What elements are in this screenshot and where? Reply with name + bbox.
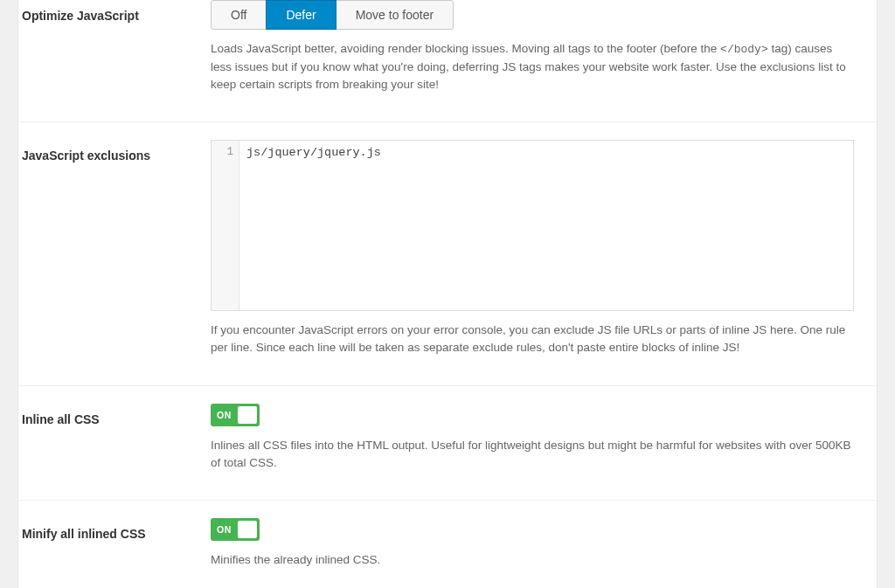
optimize-js-description: Loads JavaScript better, avoiding render… (211, 40, 854, 93)
optimize-js-desc-pre: Loads JavaScript better, avoiding render… (211, 42, 720, 55)
section-js-exclusions: JavaScript exclusions 1 js/jquery/jquery… (18, 122, 877, 386)
optimize-js-defer-button[interactable]: Defer (266, 0, 336, 30)
optimize-js-footer-button[interactable]: Move to footer (336, 0, 454, 30)
toggle-on-text: ON (217, 410, 232, 420)
optimize-js-off-button[interactable]: Off (211, 0, 267, 30)
optimize-js-button-group: Off Defer Move to footer (211, 0, 454, 30)
optimize-js-body: Off Defer Move to footer Loads JavaScrip… (211, 0, 877, 93)
body-tag-code: </body> (720, 43, 768, 56)
inline-css-toggle[interactable]: ON (211, 404, 260, 426)
js-exclusions-description: If you encounter JavaScript errors on yo… (211, 322, 854, 357)
toggle-knob (238, 521, 257, 538)
minify-css-body: ON Minifies the already inlined CSS. (211, 518, 877, 569)
inline-css-body: ON Inlines all CSS files into the HTML o… (211, 404, 877, 473)
optimize-js-label: Optimize JavaScript (18, 0, 211, 93)
toggle-on-text: ON (217, 524, 232, 535)
minify-css-toggle[interactable]: ON (211, 518, 260, 541)
inline-css-description: Inlines all CSS files into the HTML outp… (211, 437, 854, 473)
js-exclusions-body: 1 js/jquery/jquery.js If you encounter J… (211, 140, 877, 357)
js-exclusions-textarea[interactable]: js/jquery/jquery.js (239, 141, 853, 310)
js-exclusions-editor[interactable]: 1 js/jquery/jquery.js (211, 140, 854, 311)
section-optimize-js: Optimize JavaScript Off Defer Move to fo… (18, 0, 877, 122)
inline-css-label: Inline all CSS (18, 404, 211, 473)
toggle-knob (238, 406, 257, 424)
section-inline-css: Inline all CSS ON Inlines all CSS files … (18, 386, 877, 502)
minify-css-description: Minifies the already inlined CSS. (211, 551, 854, 569)
settings-panel: Optimize JavaScript Off Defer Move to fo… (17, 0, 878, 588)
editor-gutter: 1 (212, 141, 239, 310)
js-exclusions-label: JavaScript exclusions (18, 140, 211, 357)
minify-css-label: Minify all inlined CSS (18, 518, 211, 569)
section-minify-css: Minify all inlined CSS ON Minifies the a… (18, 501, 877, 578)
line-number: 1 (212, 146, 233, 158)
